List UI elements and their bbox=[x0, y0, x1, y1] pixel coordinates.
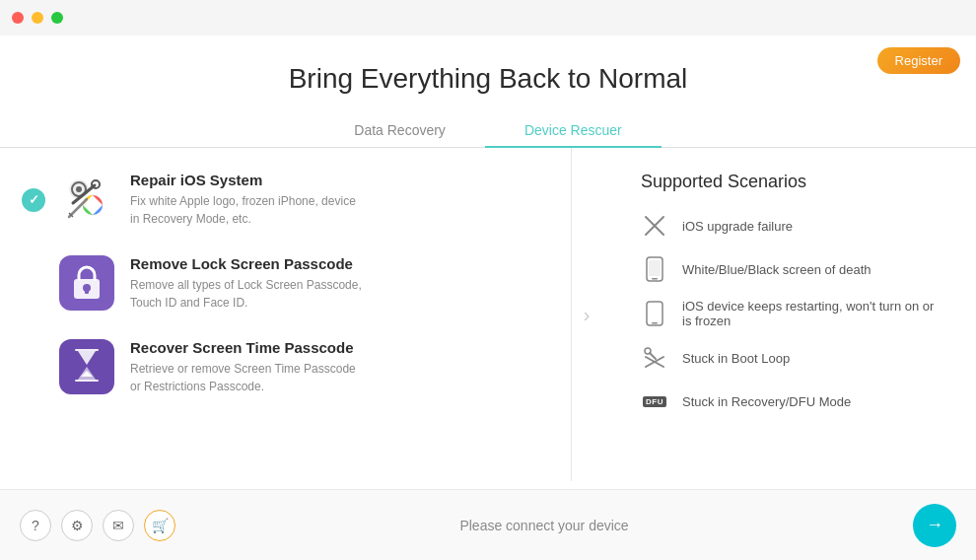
screen-time-text: Recover Screen Time Passcode Retrieve or… bbox=[130, 339, 367, 395]
scenarios-panel: Supported Scenarios iOS upgrade failure bbox=[601, 148, 976, 481]
ios-upgrade-icon bbox=[641, 212, 668, 240]
repair-ios-desc: Fix white Apple logo, frozen iPhone, dev… bbox=[130, 192, 367, 228]
boot-loop-icon bbox=[641, 344, 668, 372]
close-button[interactable] bbox=[12, 12, 24, 24]
svg-rect-11 bbox=[85, 288, 89, 294]
scenario-boot-loop-text: Stuck in Boot Loop bbox=[682, 351, 790, 366]
scenarios-title: Supported Scenarios bbox=[641, 172, 946, 192]
screen-time-icon bbox=[59, 339, 114, 394]
scenario-screen-death-text: White/Blue/Black screen of death bbox=[682, 262, 871, 277]
screen-time-title: Recover Screen Time Passcode bbox=[130, 339, 367, 356]
repair-ios-title: Repair iOS System bbox=[130, 172, 367, 188]
main-content: Bring Everything Back to Normal Data Rec… bbox=[0, 35, 976, 560]
next-arrow-icon: → bbox=[926, 515, 943, 535]
status-text: Please connect your device bbox=[175, 518, 913, 533]
screen-death-icon bbox=[641, 255, 668, 283]
svg-point-6 bbox=[89, 201, 97, 209]
page-title: Bring Everything Back to Normal bbox=[0, 63, 976, 95]
selected-indicator bbox=[22, 188, 45, 212]
tools-svg bbox=[59, 172, 114, 227]
feature-screen-time[interactable]: Recover Screen Time Passcode Retrieve or… bbox=[59, 339, 541, 395]
footer-icons: ? ⚙ ✉ 🛒 bbox=[20, 510, 175, 541]
email-button[interactable]: ✉ bbox=[103, 510, 134, 541]
svg-line-24 bbox=[650, 353, 656, 359]
register-button[interactable]: Register bbox=[877, 47, 960, 74]
footer: ? ⚙ ✉ 🛒 Please connect your device → bbox=[0, 489, 976, 560]
content-area: Repair iOS System Fix white Apple logo, … bbox=[0, 148, 976, 481]
repair-ios-text: Repair iOS System Fix white Apple logo, … bbox=[130, 172, 367, 228]
scenario-screen-death: White/Blue/Black screen of death bbox=[641, 255, 946, 283]
arrow-icon: › bbox=[584, 304, 591, 326]
dfu-icon: DFU bbox=[641, 387, 668, 415]
lock-svg bbox=[70, 263, 104, 303]
next-button[interactable]: → bbox=[913, 504, 956, 547]
svg-rect-19 bbox=[647, 302, 662, 325]
svg-rect-18 bbox=[652, 278, 658, 280]
features-panel: Repair iOS System Fix white Apple logo, … bbox=[0, 148, 572, 481]
tab-data-recovery[interactable]: Data Recovery bbox=[314, 114, 485, 148]
scenario-ios-upgrade: iOS upgrade failure bbox=[641, 212, 946, 240]
restarting-icon bbox=[641, 300, 668, 327]
screen-time-desc: Retrieve or remove Screen Time Passcode … bbox=[130, 360, 367, 395]
help-icon: ? bbox=[32, 518, 39, 533]
scenario-boot-loop: Stuck in Boot Loop bbox=[641, 344, 946, 372]
settings-icon: ⚙ bbox=[71, 518, 84, 533]
panel-divider: › bbox=[572, 148, 601, 481]
scenario-recovery-dfu: DFU Stuck in Recovery/DFU Mode bbox=[641, 387, 946, 415]
remove-lock-desc: Remove all types of Lock Screen Passcode… bbox=[130, 276, 367, 312]
svg-rect-13 bbox=[75, 380, 99, 382]
scenario-restarting: iOS device keeps restarting, won't turn … bbox=[641, 299, 946, 328]
svg-rect-17 bbox=[649, 260, 661, 276]
svg-rect-20 bbox=[652, 322, 658, 324]
screen-time-svg bbox=[70, 347, 104, 386]
svg-rect-12 bbox=[75, 349, 99, 351]
cart-icon: 🛒 bbox=[152, 518, 169, 533]
email-icon: ✉ bbox=[112, 518, 124, 533]
cart-button[interactable]: 🛒 bbox=[144, 510, 175, 541]
svg-point-2 bbox=[76, 186, 82, 192]
help-button[interactable]: ? bbox=[20, 510, 51, 541]
tabs-container: Data Recovery Device Rescuer bbox=[0, 114, 976, 148]
settings-button[interactable]: ⚙ bbox=[61, 510, 93, 541]
scenario-recovery-dfu-text: Stuck in Recovery/DFU Mode bbox=[682, 394, 851, 409]
title-bar bbox=[0, 0, 976, 35]
minimize-button[interactable] bbox=[32, 12, 43, 24]
tab-device-rescuer[interactable]: Device Rescuer bbox=[485, 114, 662, 148]
maximize-button[interactable] bbox=[51, 12, 63, 24]
scenario-restarting-text: iOS device keeps restarting, won't turn … bbox=[682, 299, 946, 328]
repair-ios-icon bbox=[59, 172, 114, 227]
remove-lock-icon bbox=[59, 255, 114, 311]
feature-repair-ios[interactable]: Repair iOS System Fix white Apple logo, … bbox=[59, 172, 541, 228]
remove-lock-text: Remove Lock Screen Passcode Remove all t… bbox=[130, 255, 367, 312]
dfu-badge: DFU bbox=[643, 396, 666, 407]
header: Bring Everything Back to Normal Data Rec… bbox=[0, 35, 976, 148]
feature-remove-lock[interactable]: Remove Lock Screen Passcode Remove all t… bbox=[59, 255, 541, 312]
scenario-ios-upgrade-text: iOS upgrade failure bbox=[682, 219, 793, 234]
remove-lock-title: Remove Lock Screen Passcode bbox=[130, 255, 367, 272]
